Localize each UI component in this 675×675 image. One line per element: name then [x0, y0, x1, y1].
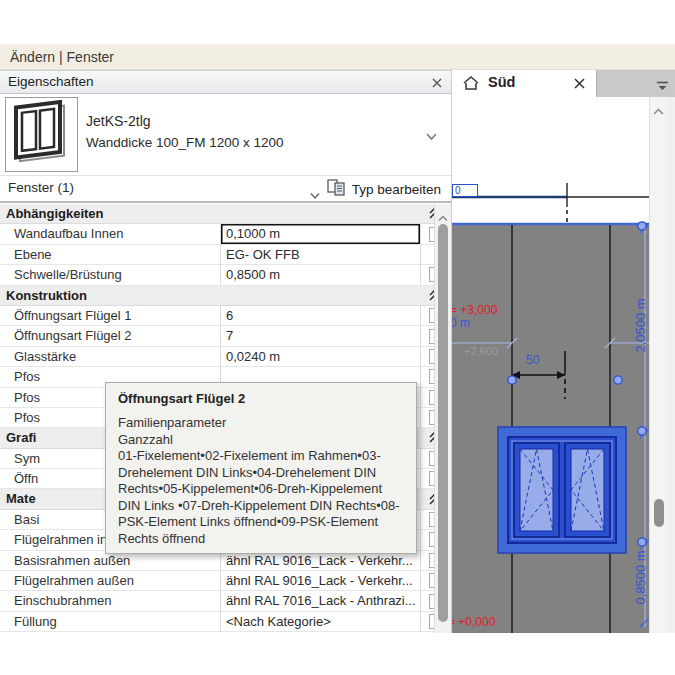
property-row: Schwelle/Brüstung 0,8500 m	[0, 265, 447, 285]
elevation-drawing	[452, 97, 649, 633]
property-value[interactable]: 0,8500 m	[220, 265, 421, 284]
section-row[interactable]: Abhängigkeiten	[0, 204, 447, 224]
scrollbar-thumb[interactable]	[654, 499, 664, 527]
edit-type-button[interactable]: Typ bearbeiten	[327, 178, 441, 200]
type-thumbnail	[5, 97, 78, 172]
edit-type-label: Typ bearbeiten	[352, 182, 441, 197]
property-row: Flügelrahmen außen ähnl RAL 9016_Lack - …	[0, 571, 447, 591]
width-dimension-value[interactable]: 50	[526, 353, 539, 367]
close-view-icon[interactable]	[573, 76, 586, 94]
close-icon[interactable]	[429, 75, 445, 91]
mode-toolbar-label: Ändern | Fenster	[10, 49, 114, 65]
property-label: Glasstärke	[0, 347, 220, 366]
property-value[interactable]: ähnl RAL 9016_Lack - Verkehr...	[220, 571, 421, 590]
scroll-up-icon[interactable]	[653, 102, 664, 120]
element-filter[interactable]: Fenster (1)	[8, 180, 74, 195]
level-annotation-bottom[interactable]: = +0,000	[452, 615, 495, 629]
home-icon	[462, 75, 480, 95]
view-tab-menu-icon[interactable]	[656, 78, 669, 96]
level-head-tag[interactable]: 0	[452, 184, 478, 197]
property-value[interactable]: <Nach Kategorie>	[220, 612, 421, 631]
view-tab-label: Süd	[488, 74, 515, 90]
property-label: Öffnungsart Flügel 2	[0, 326, 220, 345]
property-label: Füllung	[0, 612, 220, 631]
type-selector[interactable]: JetKS-2tlg Wanddicke 100_FM 1200 x 1200	[0, 94, 451, 176]
chevron-down-icon[interactable]	[426, 126, 437, 144]
property-value[interactable]: ähnl RAL 7016_Lack - Anthrazi...	[220, 591, 421, 610]
height-dimension-bottom[interactable]: 0,8500 m	[633, 543, 648, 613]
selected-window[interactable]	[498, 427, 626, 553]
right-edge-strip	[667, 97, 675, 633]
properties-panel-header: Eigenschaften	[0, 70, 451, 94]
properties-scrollbar[interactable]	[434, 204, 451, 633]
tooltip-title: Öffnungsart Flügel 2	[118, 391, 404, 406]
section-label: Abhängigkeiten	[0, 204, 421, 223]
filter-row: Fenster (1) Typ bearbeiten	[0, 176, 451, 203]
edit-type-icon	[327, 179, 346, 199]
tab-sued[interactable]: Süd	[452, 70, 597, 97]
property-row: Einschubrahmen ähnl RAL 7016_Lack - Anth…	[0, 591, 447, 611]
property-row: Glasstärke 0,0240 m	[0, 347, 447, 367]
tooltip-body: 01-Fixelement•02-Fixelement im Rahmen•03…	[118, 448, 404, 547]
view-tab-bar: Süd	[452, 70, 675, 97]
revit-window: Ändern | Fenster Eigenschaften	[0, 0, 675, 675]
scrollbar-thumb[interactable]	[438, 224, 448, 622]
family-name: JetKS-2tlg	[86, 110, 284, 132]
property-value[interactable]: 6	[220, 306, 421, 325]
property-label: Schwelle/Brüstung	[0, 265, 220, 284]
properties-panel-title: Eigenschaften	[8, 74, 94, 89]
level-annotation-top[interactable]: = +3,000	[452, 303, 497, 317]
drawing-viewport: Süd	[452, 70, 675, 633]
chevron-down-icon[interactable]	[310, 185, 320, 203]
property-label: Flügelrahmen außen	[0, 571, 220, 590]
elevation-canvas[interactable]: 0 = +3,000 0 m +2,600 50 2,0500 m 0,8500…	[452, 97, 649, 633]
dim-annotation-top[interactable]: 0 m	[452, 316, 470, 330]
parameter-tooltip: Öffnungsart Flügel 2 Familienparameter G…	[105, 382, 417, 554]
property-value[interactable]: 0,1000 m	[220, 224, 421, 243]
type-name: Wanddicke 100_FM 1200 x 1200	[86, 132, 284, 154]
property-label: Einschubrahmen	[0, 591, 220, 610]
tooltip-meta1: Familienparameter	[118, 415, 404, 432]
section-row[interactable]: Konstruktion	[0, 286, 447, 306]
property-value[interactable]: 0,0240 m	[220, 347, 421, 366]
property-row: Füllung <Nach Kategorie>	[0, 612, 447, 632]
tooltip-meta2: Ganzzahl	[118, 432, 404, 449]
property-label: Wandaufbau Innen	[0, 224, 220, 243]
property-row: Ebene EG- OK FFB	[0, 245, 447, 265]
property-label: Ebene	[0, 245, 220, 264]
section-label: Konstruktion	[0, 286, 421, 305]
level-annotation-faint: +2,600	[464, 345, 498, 357]
property-row: Wandaufbau Innen 0,1000 m	[0, 224, 447, 244]
property-value[interactable]: 7	[220, 326, 421, 345]
view-scrollbar[interactable]	[649, 97, 667, 633]
property-row: Öffnungsart Flügel 1 6	[0, 306, 447, 326]
height-dimension-top[interactable]: 2,0500 m	[633, 291, 648, 361]
property-value[interactable]: EG- OK FFB	[220, 245, 421, 264]
mode-toolbar: Ändern | Fenster	[0, 44, 675, 70]
type-name-block: JetKS-2tlg Wanddicke 100_FM 1200 x 1200	[86, 110, 284, 154]
property-label: Öffnungsart Flügel 1	[0, 306, 220, 325]
property-row: Öffnungsart Flügel 2 7	[0, 326, 447, 346]
